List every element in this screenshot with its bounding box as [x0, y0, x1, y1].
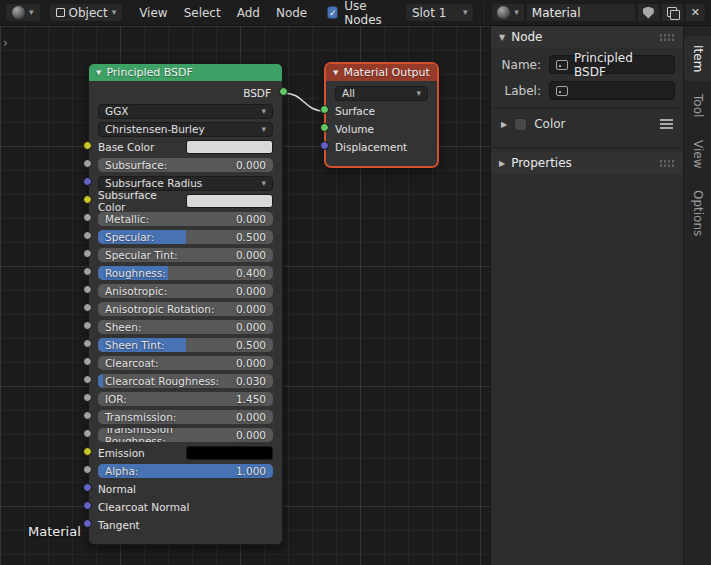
- row-ior: IOR:1.450: [98, 392, 273, 406]
- specular-tint-input-socket[interactable]: [83, 249, 92, 258]
- menu-add[interactable]: Add: [229, 6, 268, 20]
- node-panel-header[interactable]: ▼ Node: [491, 26, 683, 48]
- drag-grip-icon[interactable]: [659, 33, 675, 42]
- clearcoat-slider[interactable]: Clearcoat:0.000: [98, 356, 273, 370]
- surface-input-socket[interactable]: [320, 105, 329, 114]
- chevron-down-icon: ▾: [261, 107, 266, 116]
- specular-input-socket[interactable]: [83, 231, 92, 240]
- row-surface: Surface: [335, 104, 428, 118]
- material-name-field[interactable]: Material: [526, 3, 636, 22]
- base-color-input-socket[interactable]: [83, 141, 92, 150]
- subsurface-color-swatch[interactable]: [186, 194, 274, 208]
- fake-user-button[interactable]: [637, 3, 660, 22]
- alpha-slider[interactable]: Alpha:1.000: [98, 464, 273, 478]
- christensen-burley-dropdown[interactable]: Christensen-Burley▾: [98, 122, 273, 137]
- collapse-triangle-icon[interactable]: ▼: [96, 69, 101, 77]
- subsurface-radius-input-socket[interactable]: [83, 177, 92, 186]
- chevron-down-icon: ▾: [514, 8, 519, 17]
- metallic-slider[interactable]: Metallic:0.000: [98, 212, 273, 226]
- row-subsurface: Subsurface:0.000: [98, 158, 273, 172]
- anisotropic-rotation-slider[interactable]: Anisotropic Rotation:0.000: [98, 302, 273, 316]
- triangle-down-icon: ▼: [499, 33, 505, 42]
- material-output-node[interactable]: ▼ Material Output All ▾ SurfaceVolumeDis…: [325, 63, 438, 167]
- separator: [491, 147, 683, 148]
- slot-label: Slot 1: [412, 6, 446, 20]
- principled-node-header[interactable]: ▼ Principled BSDF: [89, 64, 282, 81]
- material-output-node-title: Material Output: [343, 66, 429, 79]
- ior-slider[interactable]: IOR:1.450: [98, 392, 273, 406]
- sheen-slider[interactable]: Sheen:0.000: [98, 320, 273, 334]
- clearcoat-roughness-input-socket[interactable]: [83, 375, 92, 384]
- use-nodes-checkbox[interactable]: ✓: [327, 6, 338, 19]
- specular-tint-slider[interactable]: Specular Tint:0.000: [98, 248, 273, 262]
- ggx-dropdown[interactable]: GGX▾: [98, 104, 273, 119]
- tab-tool[interactable]: Tool: [684, 85, 711, 126]
- row-subsurface-color: Subsurface Color: [98, 194, 273, 208]
- transmission-roughness-input-socket[interactable]: [83, 429, 92, 438]
- tab-options[interactable]: Options: [684, 181, 711, 245]
- subsurface-color-input-socket[interactable]: [83, 195, 92, 204]
- use-nodes-toggle[interactable]: ✓ Use Nodes: [327, 0, 397, 27]
- properties-panel-header[interactable]: ▶ Properties: [491, 152, 683, 174]
- row-anisotropic: Anisotropic:0.000: [98, 284, 273, 298]
- menu-select[interactable]: Select: [176, 6, 229, 20]
- roughness-input-socket[interactable]: [83, 267, 92, 276]
- new-material-button[interactable]: [661, 3, 684, 22]
- triangle-right-icon[interactable]: ▶: [501, 120, 507, 129]
- subsurface-color-label: Subsurface Color: [98, 189, 186, 213]
- shader-editor-icon: [12, 6, 25, 19]
- subsurface-slider[interactable]: Subsurface:0.000: [98, 158, 273, 172]
- clearcoat-normal-input-socket[interactable]: [83, 501, 92, 510]
- tangent-input-socket[interactable]: [83, 519, 92, 528]
- anisotropic-input-socket[interactable]: [83, 285, 92, 294]
- sheen-input-socket[interactable]: [83, 321, 92, 330]
- drag-grip-icon[interactable]: [659, 159, 675, 168]
- row-roughness: Roughness:0.400: [98, 266, 273, 280]
- transmission-roughness-slider[interactable]: Transmission Roughness:0.000: [98, 428, 273, 442]
- row-sheen-tint: Sheen Tint:0.500: [98, 338, 273, 352]
- row-transmission-roughness: Transmission Roughness:0.000: [98, 428, 273, 442]
- label-label: Label:: [499, 84, 541, 98]
- slot-selector[interactable]: Slot 1 ▾: [405, 3, 475, 22]
- clearcoat-input-socket[interactable]: [83, 357, 92, 366]
- anisotropic-rotation-input-socket[interactable]: [83, 303, 92, 312]
- tab-view[interactable]: View: [684, 131, 711, 177]
- normal-input-socket[interactable]: [83, 483, 92, 492]
- collapse-triangle-icon[interactable]: ▼: [333, 69, 338, 77]
- tab-item[interactable]: Item: [684, 36, 711, 81]
- transmission-input-socket[interactable]: [83, 411, 92, 420]
- target-dropdown[interactable]: All ▾: [335, 86, 428, 101]
- menu-node[interactable]: Node: [268, 6, 315, 20]
- material-output-node-header[interactable]: ▼ Material Output: [326, 64, 437, 81]
- mode-selector[interactable]: Object ▾: [49, 3, 124, 22]
- sheen-tint-slider[interactable]: Sheen Tint:0.500: [98, 338, 273, 352]
- volume-input-socket[interactable]: [320, 123, 329, 132]
- metallic-input-socket[interactable]: [83, 213, 92, 222]
- anisotropic-slider[interactable]: Anisotropic:0.000: [98, 284, 273, 298]
- subsurface-input-socket[interactable]: [83, 159, 92, 168]
- specular-slider[interactable]: Specular:0.500: [98, 230, 273, 244]
- browse-material-button[interactable]: ▾: [491, 3, 525, 22]
- menu-view[interactable]: View: [131, 6, 175, 20]
- tangent-label: Tangent: [98, 519, 140, 531]
- use-nodes-label: Use Nodes: [344, 0, 397, 27]
- row-alpha: Alpha:1.000: [98, 464, 273, 478]
- editor-type-selector[interactable]: ▾: [5, 3, 41, 22]
- unlink-material-button[interactable]: ✕: [685, 3, 706, 22]
- principled-bsdf-node[interactable]: ▼ Principled BSDF BSDF GGX▾Christensen-B…: [88, 63, 283, 545]
- bsdf-output-socket[interactable]: [279, 87, 288, 96]
- transmission-slider[interactable]: Transmission:0.000: [98, 410, 273, 424]
- ior-input-socket[interactable]: [83, 393, 92, 402]
- preset-list-icon[interactable]: [660, 119, 673, 130]
- base-color-swatch[interactable]: [186, 140, 274, 154]
- displacement-input-socket[interactable]: [320, 141, 329, 150]
- color-checkbox[interactable]: [514, 118, 527, 131]
- emission-swatch[interactable]: [186, 446, 274, 460]
- label-field[interactable]: [549, 81, 675, 100]
- sheen-tint-input-socket[interactable]: [83, 339, 92, 348]
- emission-input-socket[interactable]: [83, 447, 92, 456]
- clearcoat-roughness-slider[interactable]: Clearcoat Roughness:0.030: [98, 374, 273, 388]
- name-field[interactable]: Principled BSDF: [549, 55, 675, 74]
- roughness-slider[interactable]: Roughness:0.400: [98, 266, 273, 280]
- alpha-input-socket[interactable]: [83, 465, 92, 474]
